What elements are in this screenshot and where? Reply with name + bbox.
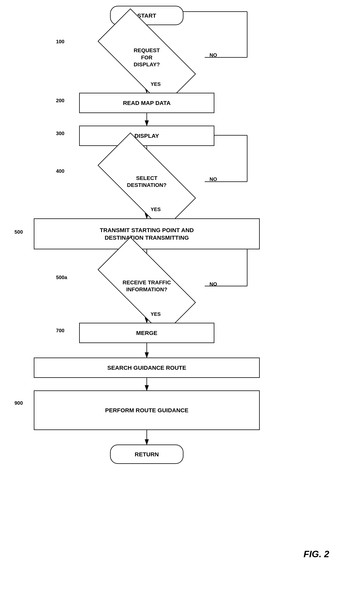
no-500a: NO xyxy=(210,281,217,287)
node-900-label: PERFORM ROUTE GUIDANCE xyxy=(105,407,188,414)
node-800-label: SEARCH GUIDANCE ROUTE xyxy=(107,364,186,372)
step-400-ref: 400 xyxy=(56,168,64,174)
node-200-label: READ MAP DATA xyxy=(123,99,171,107)
node-300-label: DISPLAY xyxy=(134,132,159,140)
node-200: READ MAP DATA xyxy=(79,93,214,113)
step-500-ref: 500 xyxy=(15,229,23,235)
node-800: SEARCH GUIDANCE ROUTE xyxy=(34,357,260,378)
return-node: RETURN xyxy=(110,445,183,464)
step-700-ref: 700 xyxy=(56,328,64,334)
diamond-100: REQUESTFORDISPLAY? xyxy=(79,34,214,81)
node-500: TRANSMIT STARTING POINT ANDDESTINATION T… xyxy=(34,218,260,249)
node-700: MERGE xyxy=(79,323,214,343)
step-200-ref: 200 xyxy=(56,98,64,104)
diamond-100-text: REQUESTFORDISPLAY? xyxy=(134,47,160,67)
diamond-500a-text: RECEIVE TRAFFICINFORMATION? xyxy=(123,280,171,292)
node-700-label: MERGE xyxy=(136,329,157,337)
yes-500a: YES xyxy=(151,311,161,317)
diamond-400: SELECTDESTINATION? xyxy=(79,158,214,205)
step-500a-ref: 500a xyxy=(56,274,67,281)
diamond-400-text: SELECTDESTINATION? xyxy=(127,175,167,188)
node-900: PERFORM ROUTE GUIDANCE xyxy=(34,390,260,430)
no-100: NO xyxy=(210,52,217,58)
node-300: DISPLAY xyxy=(79,126,214,146)
step-100-ref: 100 xyxy=(56,39,64,45)
node-500-label: TRANSMIT STARTING POINT ANDDESTINATION T… xyxy=(100,226,194,241)
yes-400: YES xyxy=(151,207,161,212)
step-900-ref: 900 xyxy=(15,400,23,406)
yes-100: YES xyxy=(151,81,161,87)
step-300-ref: 300 xyxy=(56,131,64,136)
no-400: NO xyxy=(210,176,217,182)
return-label: RETURN xyxy=(135,450,159,458)
diamond-500a: RECEIVE TRAFFICINFORMATION? xyxy=(79,263,214,309)
figure-label: FIG. 2 xyxy=(304,549,329,559)
